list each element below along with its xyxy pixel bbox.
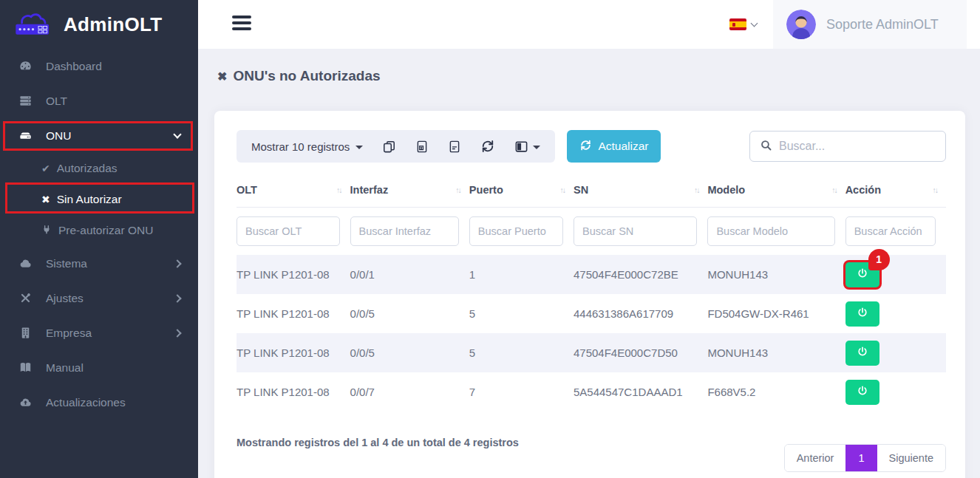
sidebar-item-onu[interactable]: ONU [0,118,198,153]
sort-icon: ↑↓ [455,185,460,194]
sidebar-item-label: Ajustes [46,292,84,305]
pagination-page-1-button[interactable]: 1 [845,445,877,471]
cloud-icon [18,256,33,271]
plug-icon [41,225,52,237]
table-toolbar: Mostrar 10 registros [237,130,946,163]
avatar [786,10,816,39]
pagination-next-button[interactable]: Siguiente [877,445,945,471]
sidebar-item-sin-autorizar[interactable]: ✖ Sin Autorizar [0,184,198,215]
filter-accion-input[interactable] [845,216,936,246]
sidebar-item-ajustes[interactable]: Ajustes [0,281,198,315]
filter-sn-input[interactable] [574,216,697,246]
table-row: TP LINK P1201-08 0/0/5 5 47504F4E000C7D5… [237,333,946,372]
chevron-right-icon [173,259,181,267]
authorize-onu-button[interactable] [845,301,879,327]
menu-toggle-icon[interactable] [232,16,251,33]
records-info: Mostrando registros del 1 al 4 de un tot… [237,434,519,448]
filter-row [237,208,946,256]
user-menu[interactable]: Soporte AdminOLT [773,0,967,49]
sidebar-item-manual[interactable]: Manual [0,350,198,385]
table-footer: Mostrando registros del 1 al 4 de un tot… [237,434,946,472]
chevron-down-icon [173,130,181,138]
user-name: Soporte AdminOLT [826,17,939,33]
page-length-select[interactable]: Mostrar 10 registros [251,140,363,153]
sidebar-item-label: Autorizadas [57,162,118,175]
column-header-interfaz[interactable]: Interfaz↑↓ [350,173,469,208]
sidebar-item-dashboard[interactable]: Dashboard [0,49,198,83]
filter-interfaz-input[interactable] [350,216,459,246]
refresh-icon [579,139,592,154]
power-icon [857,267,868,281]
x-icon: ✖ [41,194,50,205]
olt-server-icon [18,94,33,109]
actualizar-button[interactable]: Actualizar [567,130,661,163]
global-search [749,131,946,162]
sort-icon: ↑↓ [694,185,699,194]
chevron-right-icon [173,294,181,302]
sidebar-menu: Dashboard OLT ONU ✔ Autorizadas ✖ Sin Au… [0,49,198,420]
page-title: ✖ ONU's no Autorizadas [217,68,980,84]
sort-icon: ↑↓ [831,185,837,194]
chevron-right-icon [173,329,181,337]
adminolt-logo-icon [13,7,56,42]
caret-down-icon [355,146,363,149]
top-navbar: Soporte AdminOLT [198,0,980,49]
caret-down-icon [533,146,540,149]
sidebar-item-label: ONU [46,129,71,143]
sort-icon: ↑↓ [336,185,341,194]
main-content: ✖ ONU's no Autorizadas Mostrar 10 regist… [198,49,980,478]
app-title: AdminOLT [64,13,162,36]
chevron-down-icon [751,20,758,27]
column-header-sn[interactable]: SN↑↓ [574,173,707,208]
x-icon: ✖ [217,69,227,83]
sidebar-item-olt[interactable]: OLT [0,83,198,118]
annotation-badge: 1 [868,249,890,270]
sidebar-item-label: Manual [46,361,84,375]
column-header-modelo[interactable]: Modelo↑↓ [707,173,845,208]
table-row: TP LINK P1201-08 0/0/5 5 444631386A61770… [237,294,946,333]
check-icon: ✔ [41,163,50,174]
sidebar-item-empresa[interactable]: Empresa [0,315,198,350]
sidebar-item-label: Sin Autorizar [57,193,122,206]
search-icon [760,139,772,154]
tools-icon [18,291,33,306]
building-icon [18,326,33,341]
sidebar-item-label: Empresa [46,327,92,340]
filter-puerto-input[interactable] [469,216,563,246]
pagination-prev-button[interactable]: Anterior [785,445,846,471]
sidebar-item-label: Pre-autorizar ONU [58,224,153,237]
search-input[interactable] [779,140,936,153]
power-icon [857,307,868,321]
header-row: OLT↑↓ Interfaz↑↓ Puerto↑↓ SN↑↓ Modelo↑↓ … [237,173,946,208]
spain-flag-icon [729,18,746,30]
sidebar-item-actualizaciones[interactable]: Actualizaciones [0,385,198,420]
toolbar-group: Mostrar 10 registros [237,130,555,163]
copy-icon[interactable] [382,140,396,154]
app-logo[interactable]: AdminOLT [0,0,198,49]
sidebar-item-sistema[interactable]: Sistema [0,246,198,281]
sidebar-item-pre-autorizar-onu[interactable]: Pre-autorizar ONU [0,215,198,246]
column-header-accion[interactable]: Acción↑↓ [845,173,946,208]
reload-icon[interactable] [480,139,495,154]
sidebar-item-autorizadas[interactable]: ✔ Autorizadas [0,153,198,184]
language-selector[interactable] [729,18,757,30]
onu-table: OLT↑↓ Interfaz↑↓ Puerto↑↓ SN↑↓ Modelo↑↓ … [237,173,946,412]
filter-modelo-input[interactable] [707,216,834,246]
onu-table-card: Mostrar 10 registros [214,111,965,478]
column-header-puerto[interactable]: Puerto↑↓ [469,173,574,208]
book-icon [18,361,33,375]
sidebar: AdminOLT Dashboard OLT ONU ✔ Autorizadas [0,0,198,478]
column-header-olt[interactable]: OLT↑↓ [237,173,350,208]
file-export-icon[interactable] [448,140,461,154]
pagination: Anterior 1 Siguiente [784,444,946,472]
sort-icon: ↑↓ [559,185,565,194]
column-visibility-button[interactable] [514,140,540,154]
filter-olt-input[interactable] [237,216,340,246]
cloud-upload-icon [18,395,33,410]
onu-device-icon [18,129,33,143]
authorize-onu-button[interactable] [845,341,879,366]
authorize-onu-button[interactable] [845,380,879,405]
sidebar-item-label: Sistema [46,257,87,270]
excel-export-icon[interactable] [415,140,429,154]
sidebar-item-label: Actualizaciones [46,396,126,409]
